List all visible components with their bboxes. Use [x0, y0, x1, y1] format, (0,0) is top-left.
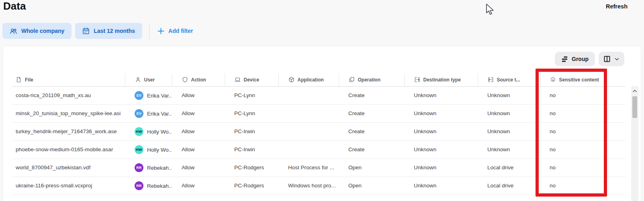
user-cell: RRRebekah...: [125, 177, 172, 195]
table-row[interactable]: ukraine-116-press-small.vcxprojRRRebekah…: [12, 177, 626, 195]
column-header-label: File: [25, 77, 33, 83]
results-panel: Group FileUserActionDeviceApplicationOpe…: [3, 46, 641, 201]
application-cell: [278, 122, 339, 140]
column-header-label: Sensitive content: [559, 77, 599, 83]
column-header-user[interactable]: User: [125, 73, 172, 86]
avatar: EV: [135, 109, 143, 118]
application-cell: Windows host pro...: [278, 177, 339, 195]
device-cell: PC-Lynn: [225, 86, 278, 104]
avatar: EV: [135, 91, 143, 100]
action-cell: Allow: [172, 158, 225, 177]
group-button[interactable]: Group: [555, 52, 595, 66]
action-cell: Allow: [172, 177, 225, 195]
destination-cell: Unknown: [404, 86, 478, 104]
avatar: HW: [135, 145, 143, 154]
user-cell: HWHolly Wo...: [125, 122, 172, 140]
column-header-sensitive[interactable]: Sensitive content: [540, 73, 626, 86]
operation-cell: Create: [339, 104, 404, 122]
table-body: costa-rica_201109_math_xs.auEVErika Var.…: [12, 86, 626, 195]
column-header-file[interactable]: File: [12, 73, 125, 86]
column-header-label: Destination type: [423, 77, 461, 83]
filter-chip-label: Last 12 months: [94, 28, 135, 34]
column-header-source[interactable]: Source t...: [478, 73, 540, 86]
source-cell: Local drive: [478, 158, 540, 177]
sensitive-cell: no: [540, 177, 626, 195]
user-icon: [135, 77, 141, 83]
shield-icon: [182, 77, 188, 83]
application-cell: [278, 86, 339, 104]
source-icon: [488, 77, 494, 83]
device-cell: PC-Rodgers: [225, 177, 278, 195]
device-cell: PC-Rodgers: [225, 158, 278, 177]
file-icon: [16, 77, 22, 83]
user-name: Erika Var...: [147, 92, 172, 98]
table-row[interactable]: world_8700947_uzbekistan.vdfRRRebekah...…: [12, 158, 626, 177]
column-header-label: Application: [298, 77, 324, 83]
columns-button[interactable]: [599, 52, 624, 66]
filter-divider: [149, 23, 149, 39]
file-cell: ukraine-116-press-small.vcxproj: [12, 177, 125, 195]
scroll-up-icon[interactable]: [631, 88, 638, 94]
source-cell: Local drive: [478, 177, 540, 195]
avatar: RR: [135, 163, 143, 172]
filter-chip-label: Whole company: [21, 28, 64, 34]
table-row[interactable]: turkey_hendrik-meijer_7164736_work.aseHW…: [12, 122, 626, 140]
source-cell: Unknown: [478, 86, 540, 104]
calendar-icon: [82, 27, 90, 35]
table-row[interactable]: phoebe-snow-medium-0165-mobile.asarHWHol…: [12, 140, 626, 158]
device-cell: PC-Lynn: [225, 104, 278, 122]
column-header-operation[interactable]: Operation: [339, 73, 404, 86]
action-cell: Allow: [172, 86, 225, 104]
column-header-application[interactable]: Application: [278, 73, 339, 86]
sensitive-cell: no: [540, 122, 626, 140]
table-row[interactable]: costa-rica_201109_math_xs.auEVErika Var.…: [12, 86, 626, 104]
operation-icon: [349, 77, 355, 83]
scrollbar-thumb[interactable]: [632, 96, 637, 118]
add-filter-button[interactable]: Add filter: [155, 27, 195, 35]
filter-chip-last-12-months[interactable]: Last 12 months: [75, 23, 142, 39]
table-header-row: FileUserActionDeviceApplicationOperation…: [12, 73, 626, 86]
sensitive-cell: no: [540, 104, 626, 122]
action-cell: Allow: [172, 140, 225, 158]
column-header-label: Device: [244, 77, 260, 83]
column-header-destination[interactable]: Destination type: [404, 73, 478, 86]
destination-cell: Unknown: [404, 122, 478, 140]
operation-cell: Create: [339, 140, 404, 158]
source-cell: Unknown: [478, 140, 540, 158]
operation-cell: Open: [339, 158, 404, 177]
operation-cell: Create: [339, 86, 404, 104]
device-cell: PC-Irwin: [225, 140, 278, 158]
sensitive-cell: no: [540, 158, 626, 177]
action-cell: Allow: [172, 122, 225, 140]
column-header-device[interactable]: Device: [225, 73, 278, 86]
application-icon: [288, 77, 294, 83]
operation-cell: Open: [339, 177, 404, 195]
destination-icon: [414, 77, 420, 83]
plus-icon: [157, 28, 164, 35]
column-header-label: Operation: [358, 77, 381, 83]
chevron-down-icon: [614, 57, 619, 62]
application-cell: Host Process for ...: [278, 158, 339, 177]
vertical-scrollbar[interactable]: [631, 86, 638, 201]
people-icon: [10, 27, 17, 35]
filter-chips: Whole companyLast 12 months: [2, 23, 146, 39]
table-row[interactable]: minsk_20_tunisia_top_money_spike-lee.asi…: [12, 104, 626, 122]
refresh-button[interactable]: Refresh: [606, 3, 628, 10]
user-name: Rebekah...: [147, 183, 172, 189]
destination-cell: Unknown: [404, 177, 478, 195]
file-cell: costa-rica_201109_math_xs.au: [12, 86, 125, 104]
user-name: Rebekah...: [147, 164, 172, 171]
application-cell: [278, 140, 339, 158]
device-icon: [235, 77, 241, 83]
column-header-label: Source t...: [497, 77, 520, 83]
column-header-action[interactable]: Action: [172, 73, 225, 86]
destination-cell: Unknown: [404, 140, 478, 158]
column-header-label: User: [144, 77, 155, 83]
user-name: Holly Wo...: [147, 146, 172, 152]
page-title: Data: [3, 0, 26, 12]
source-cell: Unknown: [478, 104, 540, 122]
destination-cell: Unknown: [404, 104, 478, 122]
avatar: HW: [135, 127, 143, 136]
filter-chip-whole-company[interactable]: Whole company: [2, 23, 72, 39]
user-cell: HWHolly Wo...: [125, 140, 172, 158]
